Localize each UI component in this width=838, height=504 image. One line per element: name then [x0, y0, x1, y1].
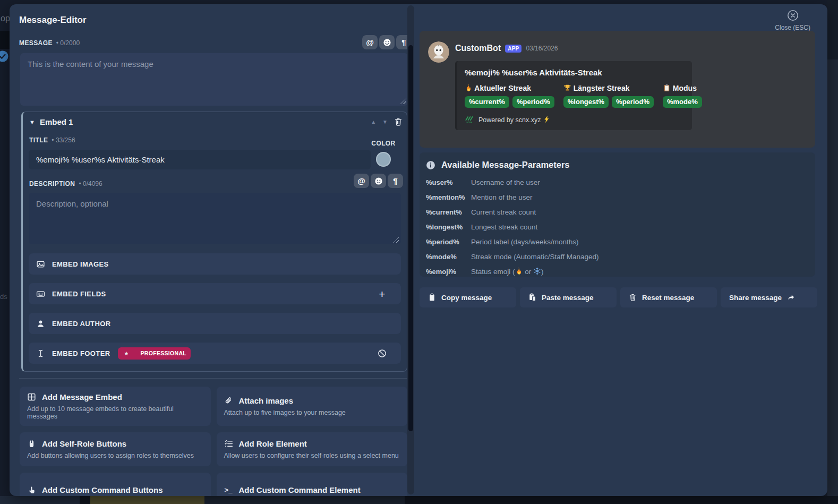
parameters-panel: Available Message-Parameters %user%Usern…	[420, 152, 815, 277]
message-actions: Copy messagePaste messageReset messageSh…	[420, 287, 817, 307]
parameter-description: Mention of the user	[471, 193, 533, 201]
chevron-down-icon: ▼	[29, 119, 35, 125]
background-right-strip	[827, 0, 838, 504]
add-message-embed-button[interactable]: Add Message EmbedAdd up to 10 message em…	[20, 387, 211, 426]
preview-embed-field: Modus%mode%	[663, 84, 702, 108]
embed-section-fields[interactable]: EMBED FIELDS+	[29, 283, 401, 304]
parameters-title: Available Message-Parameters	[441, 160, 570, 170]
parameter-name: %mention%	[426, 193, 471, 201]
mouse-icon	[27, 439, 36, 448]
emoji-icon	[374, 177, 383, 185]
svg-text:scnx: scnx	[466, 121, 472, 124]
arrow-down-icon: ▼	[382, 119, 388, 125]
parameter-description: Status emoji ( or )	[471, 267, 544, 276]
parameter-row: %longest%Longest streak count	[426, 219, 809, 234]
paste-message-button[interactable]: Paste message	[520, 287, 617, 307]
parameter-description: Period label (days/weeks/months)	[471, 238, 579, 246]
parameter-pill: %current%	[465, 96, 509, 108]
parameter-row: %current%Current streak count	[426, 204, 809, 219]
parameter-pill: %period%	[512, 96, 554, 108]
embed-section-author[interactable]: EMBED AUTHOR	[29, 313, 401, 334]
action-label: Share message	[729, 294, 782, 302]
add-card-title: Add Role Element	[239, 439, 307, 448]
move-embed-down-button[interactable]: ▼	[382, 119, 388, 125]
bot-name: CustomBot	[455, 44, 501, 53]
add-self-role-buttons-button[interactable]: Add Self-Role ButtonsAdd buttons allowin…	[20, 432, 211, 466]
embed-title-input[interactable]	[29, 150, 371, 169]
embed-section-label: EMBED AUTHOR	[52, 320, 110, 328]
paste-icon	[528, 293, 536, 302]
app-badge: APP	[505, 45, 521, 53]
formatting-button[interactable]: ¶	[388, 174, 403, 188]
move-embed-up-button[interactable]: ▲	[371, 119, 376, 125]
description-counter: 0/4096	[79, 180, 102, 187]
preview-embed-footer: Powered by scnx.xyz	[478, 115, 551, 124]
modal-title: Message-Editor	[19, 15, 87, 25]
close-button[interactable]: Close (ESC)	[775, 10, 810, 31]
share-icon	[787, 293, 795, 302]
editor-scrollbar[interactable]	[407, 5, 414, 494]
scrollbar-thumb[interactable]	[408, 45, 413, 431]
attach-images-button[interactable]: Attach imagesAttach up to five images to…	[217, 387, 408, 426]
message-label: MESSAGE	[19, 39, 53, 47]
add-card-title: Add Message Embed	[42, 392, 122, 402]
professional-badge: ★PROFESSIONAL	[118, 347, 191, 360]
image-icon	[36, 260, 45, 269]
embed-section-footer[interactable]: EMBED FOOTER★PROFESSIONAL	[29, 343, 401, 364]
background-bottom-segment-2	[204, 496, 405, 504]
add-card-title: Add Custom Command Buttons	[42, 485, 163, 494]
delete-embed-button[interactable]	[394, 117, 403, 126]
add-role-element-button[interactable]: Add Role ElementAllow users to configure…	[217, 432, 408, 466]
embed-editor: ▼ Embed 1 ▲ ▼ TITLE 33/256 COLOR @¶ DESC…	[21, 112, 407, 372]
parameter-name: %current%	[426, 208, 471, 216]
embed-section-label: EMBED FOOTER	[52, 349, 110, 357]
embed-section-images[interactable]: EMBED IMAGES	[29, 253, 401, 275]
parameter-name: %emoji%	[426, 268, 471, 276]
mention-button[interactable]: @	[362, 35, 378, 49]
parameter-row: %mode%Streak mode (Automatic/Staff Manag…	[426, 249, 809, 264]
preview-embed-field: Aktueller Streak%current%%period%	[465, 84, 554, 108]
add-embed-field-button[interactable]: +	[378, 289, 394, 298]
divider	[19, 378, 407, 379]
description-toolbar: @¶	[354, 174, 403, 188]
terminal-icon: >_	[224, 485, 233, 494]
action-label: Copy message	[441, 294, 492, 302]
background-partial-text-2: ds	[0, 293, 7, 301]
reset-message-button[interactable]: Reset message	[620, 287, 717, 307]
message-preview: CustomBot APP 03/16/2026 %emoji% %user%s…	[420, 31, 815, 148]
mention-button[interactable]: @	[354, 174, 369, 188]
title-label: TITLE	[29, 136, 48, 144]
embed-collapse-header[interactable]: ▼ Embed 1	[29, 117, 73, 126]
add-card-subtitle: Add up to 10 message embeds to create be…	[27, 405, 203, 420]
add-elements-grid: Add Message EmbedAdd up to 10 message em…	[20, 387, 407, 496]
add-custom-command-element-button[interactable]: >_Add Custom Command Element	[217, 473, 408, 496]
background-right-strip-top	[827, 0, 838, 59]
parameter-row: %user%Username of the user	[426, 175, 809, 190]
add-custom-command-buttons-button[interactable]: Add Custom Command Buttons	[20, 473, 211, 496]
description-label: DESCRIPTION	[29, 180, 75, 187]
embed-color-picker[interactable]	[376, 152, 391, 167]
parameter-description: Current streak count	[471, 208, 536, 216]
embed-header-label: Embed 1	[40, 117, 73, 126]
info-icon	[426, 160, 435, 170]
message-timestamp: 03/16/2026	[526, 45, 558, 52]
embed-description-input[interactable]	[29, 193, 401, 244]
add-card-subtitle: Add buttons allowing users to assign rol…	[27, 452, 203, 459]
parameter-description: Username of the user	[471, 178, 540, 186]
parameter-row: %emoji%Status emoji ( or )	[426, 264, 809, 279]
copy-message-button[interactable]: Copy message	[420, 287, 516, 307]
emoji-button[interactable]	[379, 35, 395, 49]
mention-icon: @	[366, 38, 374, 47]
title-counter: 33/256	[52, 136, 75, 144]
action-label: Reset message	[642, 294, 694, 302]
action-label: Paste message	[542, 294, 594, 302]
formatting-icon: ¶	[391, 177, 400, 185]
parameter-name: %mode%	[426, 253, 471, 261]
message-editor-modal: Message-Editor Close (ESC) MESSAGE 0/200…	[10, 4, 827, 496]
message-input[interactable]	[20, 53, 408, 106]
share-message-button[interactable]: Share message	[721, 287, 817, 307]
parameter-name: %longest%	[426, 223, 471, 231]
emoji-button[interactable]	[371, 174, 386, 188]
mention-icon: @	[357, 177, 366, 185]
background-band	[0, 31, 10, 49]
